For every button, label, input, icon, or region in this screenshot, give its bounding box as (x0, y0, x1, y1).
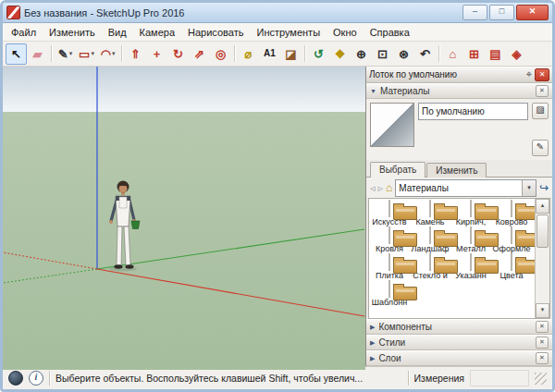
push-pull-tool-button[interactable]: ⇑ (125, 43, 146, 65)
minimize-button[interactable]: – (462, 5, 487, 20)
dropdown-arrow-icon[interactable]: ▾ (112, 50, 116, 57)
material-preview-thumbnail[interactable] (370, 103, 414, 147)
materials-close-button[interactable]: ✕ (536, 85, 549, 97)
push-pull-icon: ⇑ (130, 48, 141, 60)
window-title: Без названия - SketchUp Pro 2016 (24, 7, 461, 18)
eraser-icon: ▰ (33, 48, 43, 60)
tab-select[interactable]: Выбрать (370, 162, 426, 178)
tray-section-label: Стили (378, 337, 536, 348)
create-material-button[interactable]: ▨ (532, 103, 549, 119)
line-tool-button[interactable]: ✎▾ (55, 43, 76, 65)
collection-dropdown[interactable]: Материалы ▾ (395, 179, 536, 197)
materials-section-header[interactable]: ▼ Материалы ✕ (366, 83, 552, 99)
forward-button[interactable]: ▹ (378, 182, 384, 194)
zoom-window-tool-button[interactable]: ⊡ (372, 43, 393, 65)
scale-tool-button[interactable]: ⇗ (189, 43, 210, 65)
zoom-tool-button[interactable]: ⊕ (351, 43, 372, 65)
pan-tool-button[interactable]: ❖ (329, 43, 351, 65)
dropdown-arrow-icon[interactable]: ▾ (69, 50, 73, 57)
tray-section-label: Компоненты (378, 322, 536, 332)
menu-item[interactable]: Окно (327, 25, 364, 40)
geolocation-icon[interactable] (8, 371, 23, 386)
orbit-tool-button[interactable]: ↺ (308, 43, 329, 65)
tab-edit[interactable]: Изменить (426, 163, 487, 178)
arc-tool-button[interactable]: ◠▾ (97, 43, 118, 65)
previous-tool-button[interactable]: ↶ (414, 43, 436, 65)
maximize-button[interactable]: □ (489, 5, 514, 20)
text-tool-button[interactable]: A1 (259, 43, 280, 65)
scroll-up-button[interactable]: ▲ (536, 199, 549, 214)
zoom-window-icon: ⊡ (377, 48, 388, 60)
menu-item[interactable]: Изменить (43, 25, 102, 40)
toolbar: ↖▰✎▾▭▾◠▾⇑+↻⇗◎⌀A1◪↺❖⊕⊡⊛↶⌂⊞▤◈ (3, 42, 552, 67)
material-name-field[interactable]: По умолчанию (418, 103, 528, 120)
folder-icon (515, 260, 535, 274)
pin-icon[interactable]: ⌖ (526, 68, 532, 80)
folder-icon (475, 206, 499, 220)
select-tool-button[interactable]: ↖ (6, 43, 27, 65)
3d-warehouse-tool-button[interactable]: ⌂ (442, 43, 463, 65)
menu-item[interactable]: Инструменты (250, 25, 327, 40)
tray-header: Лоток по умолчанию ⌖ ✕ (366, 67, 552, 83)
offset-tool-button[interactable]: ◎ (210, 43, 231, 65)
menu-item[interactable]: Вид (102, 25, 133, 40)
resize-grip[interactable] (535, 373, 547, 385)
menu-item[interactable]: Нарисовать (181, 25, 250, 40)
sample-paint-button[interactable]: ✎ (532, 140, 549, 156)
close-button[interactable]: ✕ (516, 5, 549, 20)
move-tool-button[interactable]: + (146, 43, 167, 65)
layout-icon: ▤ (489, 48, 500, 60)
menu-item[interactable]: Файл (5, 25, 43, 40)
scrollbar-thumb[interactable] (536, 214, 549, 248)
section-close-button[interactable]: ✕ (536, 352, 549, 364)
folder-icon (475, 260, 499, 274)
tray-section-header[interactable]: ▶ Слои ✕ (366, 350, 552, 366)
folder-icon (393, 206, 417, 220)
statusbar-divider (49, 371, 50, 386)
tray-title: Лоток по умолчанию (369, 69, 524, 80)
material-category[interactable]: Кровля (370, 227, 409, 253)
zoom-extents-tool-button[interactable]: ⊛ (393, 43, 414, 65)
chevron-right-icon: ▶ (370, 324, 375, 331)
layout-tool-button[interactable]: ▤ (485, 43, 506, 65)
dropdown-arrow-icon[interactable]: ▾ (91, 50, 94, 57)
scroll-down-button[interactable]: ▼ (536, 303, 549, 318)
shapes-tool-button[interactable]: ▭▾ (76, 43, 97, 65)
text-icon: A1 (264, 49, 276, 58)
materials-nav-row: ◃ ▹ ⌂ Материалы ▾ ↪ (366, 178, 552, 198)
line-icon: ✎ (58, 48, 68, 60)
materials-scrollbar[interactable]: ▲ ▼ (535, 199, 549, 318)
tray-close-button[interactable]: ✕ (535, 68, 549, 81)
tray-section-header[interactable]: ▶ Компоненты ✕ (366, 319, 552, 335)
sketchup-app-icon (6, 6, 20, 19)
rotate-tool-button[interactable]: ↻ (167, 43, 189, 65)
section-close-button[interactable]: ✕ (536, 321, 549, 333)
extension-warehouse-tool-button[interactable]: ⊞ (463, 43, 485, 65)
material-category[interactable]: Искусств (370, 201, 409, 227)
viewport-canvas[interactable] (3, 67, 366, 366)
menu-item[interactable]: Справка (364, 25, 416, 40)
material-category[interactable]: Плитка (370, 254, 409, 280)
tray-section-header[interactable]: ▶ Стили ✕ (366, 335, 552, 350)
details-button[interactable]: ↪ (539, 181, 549, 194)
home-button[interactable]: ⌂ (386, 181, 392, 194)
menu-item[interactable]: Камера (133, 25, 181, 40)
materials-grid: Искусств Камень Кирпич, (369, 199, 535, 318)
folder-icon (515, 206, 535, 220)
section-close-button[interactable]: ✕ (536, 337, 549, 349)
tray-section-label: Слои (378, 353, 536, 363)
paint-bucket-tool-button[interactable]: ◪ (280, 43, 302, 65)
material-category[interactable]: Шаблонн (370, 281, 409, 307)
title-bar[interactable]: Без названия - SketchUp Pro 2016 – □ ✕ (3, 3, 552, 23)
chevron-down-icon[interactable]: ▾ (522, 180, 536, 196)
eraser-tool-button[interactable]: ▰ (27, 43, 48, 65)
measurement-input[interactable] (470, 370, 529, 386)
info-icon[interactable]: i (29, 371, 43, 386)
chevron-right-icon: ▶ (370, 355, 375, 362)
styles-tool-button[interactable]: ◈ (506, 43, 527, 65)
tape-measure-tool-button[interactable]: ⌀ (238, 43, 259, 65)
back-button[interactable]: ◃ (370, 182, 376, 194)
default-tray: Лоток по умолчанию ⌖ ✕ ▼ Материалы ✕ По … (366, 67, 552, 366)
toolbar-separator (121, 45, 122, 62)
folder-icon (434, 233, 458, 247)
